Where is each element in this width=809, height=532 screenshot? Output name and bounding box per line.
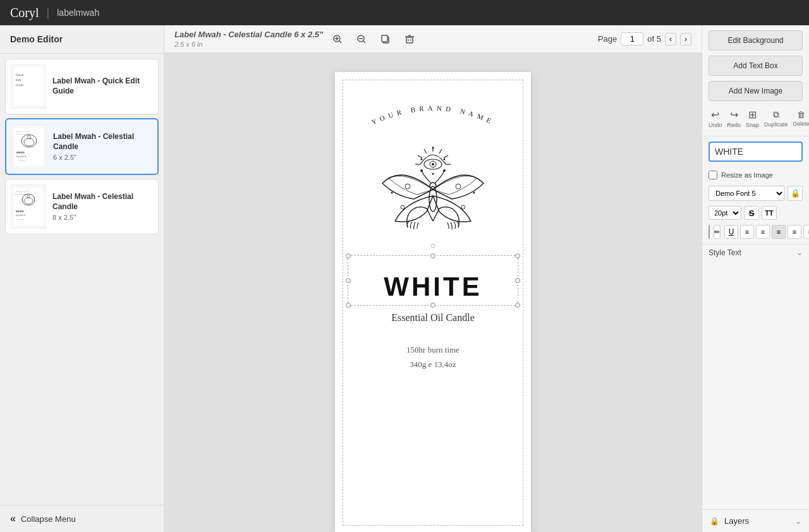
style-text-row[interactable]: Style Text ⌄ <box>702 244 809 261</box>
delete-canvas-button[interactable] <box>400 31 419 47</box>
underline-button[interactable]: U <box>724 225 738 239</box>
style-text-chevron-icon: ⌄ <box>796 248 803 257</box>
svg-text:Essential Oil: Essential Oil <box>16 214 26 217</box>
text-format-buttons: U ≡ ≡ ≡ ≡ ≡ <box>724 225 809 239</box>
snap-icon: ⊞ <box>748 109 757 121</box>
svg-point-56 <box>401 205 404 209</box>
svg-line-39 <box>444 155 448 158</box>
layers-footer[interactable]: 🔒 Layers ⌄ <box>702 509 809 532</box>
white-text-container[interactable]: ○ WHITE <box>335 259 531 302</box>
undo-label: Undo <box>709 122 722 128</box>
topbar-divider: | <box>47 6 50 20</box>
right-panel: Edit Background Add Text Box Add New Ima… <box>702 25 809 532</box>
align-justify-button[interactable]: ≡ <box>803 225 809 239</box>
svg-point-49 <box>432 147 434 149</box>
style-text-label: Style Text <box>709 248 741 257</box>
canvas-scroll[interactable]: YOUR BRAND NAME <box>164 53 702 532</box>
zoom-out-button[interactable] <box>352 31 371 47</box>
page-next-button[interactable]: › <box>680 33 691 45</box>
text-color-swatch[interactable] <box>709 225 710 239</box>
handle-br <box>515 303 520 308</box>
sidebar-item-2[interactable]: WHITE Essential Oil 150hr burn BERGAMOT … <box>5 118 159 175</box>
font-size-row: 20pt 12pt 14pt 16pt 18pt 24pt S TT <box>702 203 809 222</box>
add-text-box-button[interactable]: Add Text Box <box>709 56 803 76</box>
sidebar-item-1-info: Label Mwah - Quick Edit Guide <box>52 76 153 96</box>
copy-button[interactable] <box>376 31 395 47</box>
canvas-title-sub: 2.5 x 6 in <box>174 40 203 48</box>
svg-line-38 <box>439 149 442 154</box>
duplicate-label: Duplicate <box>764 121 788 128</box>
zoom-in-button[interactable] <box>328 31 347 47</box>
edit-background-button[interactable]: Edit Background <box>709 30 803 51</box>
color-row: ✏ U ≡ ≡ ≡ ≡ ≡ <box>702 222 809 241</box>
svg-text:Quick: Quick <box>16 73 24 76</box>
list-button[interactable]: ≡ <box>740 225 754 239</box>
delete-right-button[interactable]: 🗑 Delete <box>791 107 809 130</box>
sidebar-item-3[interactable]: WHITE Essential Oil 150hr burn BERGAMOT … <box>5 179 159 234</box>
resize-as-image-label: Resize as Image <box>721 171 773 179</box>
handle-bl <box>346 303 351 308</box>
svg-text:Essential Oil: Essential Oil <box>16 155 27 158</box>
sidebar-thumb-3: WHITE Essential Oil 150hr burn BERGAMOT … <box>11 184 46 229</box>
svg-point-60 <box>432 173 434 175</box>
label-subtitle-text[interactable]: Essential Oil Candle <box>391 312 475 323</box>
svg-line-23 <box>339 40 342 43</box>
eyedropper-button[interactable]: ✏ <box>714 225 721 239</box>
svg-text:BERGAMOT: BERGAMOT <box>16 191 30 193</box>
topbar-username: labelmwah <box>57 8 99 18</box>
font-tt-button[interactable]: TT <box>762 206 777 220</box>
collapse-menu-label: Collapse Menu <box>21 514 76 524</box>
page-prev-button[interactable]: ‹ <box>665 33 676 45</box>
align-right-button[interactable]: ≡ <box>788 225 801 239</box>
svg-text:WHITE: WHITE <box>16 151 25 154</box>
sidebar-items-list: Quick Edit Guide Label Mwah - Quick Edit… <box>0 54 164 505</box>
duplicate-icon: ⧉ <box>773 109 779 120</box>
page-label: Page <box>598 34 617 44</box>
align-left-button[interactable]: ≡ <box>756 225 770 239</box>
canvas-page-inner[interactable]: YOUR BRAND NAME <box>335 72 531 532</box>
font-lock-button[interactable]: 🔒 <box>788 186 803 201</box>
label-detail1: 150hr burn time <box>406 345 459 354</box>
undo-button[interactable]: ↩ Undo <box>706 106 725 131</box>
duplicate-button[interactable]: ⧉ Duplicate <box>762 107 791 130</box>
redo-button[interactable]: ↪ Redo <box>725 106 744 131</box>
canvas-title-main: Label Mwah - Celestial Candle 6 x 2.5" <box>174 30 323 39</box>
text-content-input[interactable] <box>709 142 803 162</box>
sidebar-item-2-sub: 6 x 2.5" <box>53 154 152 161</box>
svg-line-41 <box>418 155 422 158</box>
svg-rect-30 <box>382 35 387 42</box>
undo-icon: ↩ <box>711 109 719 121</box>
align-center-button[interactable]: ≡ <box>772 225 786 239</box>
add-new-image-button[interactable]: Add New Image <box>709 81 803 101</box>
page-nav: Page of 5 ‹ › <box>598 32 691 45</box>
font-strikethrough-button[interactable]: S <box>744 206 759 220</box>
handle-tl <box>346 253 351 258</box>
left-sidebar: Demo Editor Quick Edit Guide Label Mwah … <box>0 25 164 532</box>
label-detail2: 340g e 13.4oz <box>410 360 456 369</box>
page-input[interactable] <box>621 32 643 45</box>
snap-button[interactable]: ⊞ Snap <box>743 106 762 131</box>
svg-line-27 <box>363 40 366 43</box>
sidebar-item-1[interactable]: Quick Edit Guide Label Mwah - Quick Edit… <box>5 59 159 114</box>
canvas-area: Label Mwah - Celestial Candle 6 x 2.5" 2… <box>164 25 702 532</box>
svg-rect-31 <box>406 37 413 43</box>
svg-text:150hr burn: 150hr burn <box>18 160 25 162</box>
font-select[interactable]: Demo Font 5 <box>709 186 785 201</box>
snap-label: Snap <box>746 122 759 128</box>
main-layout: Demo Editor Quick Edit Guide Label Mwah … <box>0 25 809 532</box>
font-size-select[interactable]: 20pt 12pt 14pt 16pt 18pt 24pt <box>709 206 741 220</box>
redo-label: Redo <box>727 122 741 128</box>
sidebar-thumb-2: WHITE Essential Oil 150hr burn BERGAMOT … <box>11 124 47 169</box>
svg-point-50 <box>429 186 437 212</box>
resize-as-image-checkbox[interactable] <box>709 171 717 179</box>
collapse-menu-button[interactable]: « Collapse Menu <box>0 505 164 532</box>
svg-point-52 <box>420 169 423 172</box>
collapse-menu-icon: « <box>10 513 16 524</box>
svg-text:Edit: Edit <box>16 78 21 82</box>
brand-name-area: YOUR BRAND NAME <box>357 95 509 133</box>
svg-point-47 <box>421 159 423 160</box>
resize-as-image-row: Resize as Image <box>702 167 809 183</box>
edit-tools-row: ↩ Undo ↪ Redo ⊞ Snap ⧉ Duplicate 🗑 Delet… <box>702 101 809 136</box>
label-title-text[interactable]: WHITE <box>384 272 482 302</box>
handle-tr <box>515 253 520 258</box>
